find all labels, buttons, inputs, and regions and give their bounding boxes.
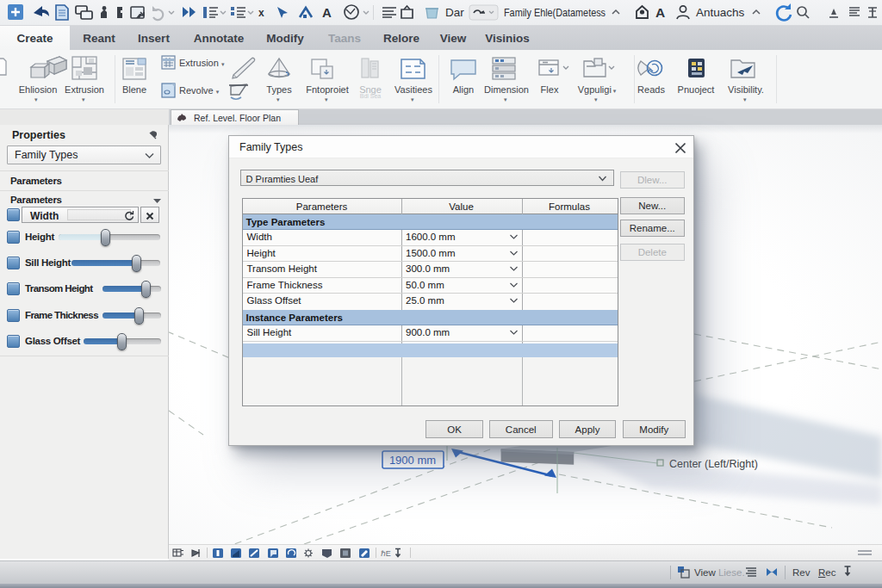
svg-text:Antuachs: Antuachs	[696, 6, 745, 19]
svg-text:ℏE: ℏE	[381, 549, 391, 558]
svg-text:A: A	[655, 5, 665, 20]
svg-text:Family Ehle(Datametess: Family Ehle(Datametess	[504, 6, 606, 19]
svg-text:Dar: Dar	[445, 6, 464, 19]
svg-text:A: A	[322, 5, 332, 20]
svg-text:x: x	[258, 7, 264, 19]
svg-text:Center (Left/Right): Center (Left/Right)	[669, 458, 758, 470]
svg-text:1900 mm: 1900 mm	[389, 454, 436, 467]
